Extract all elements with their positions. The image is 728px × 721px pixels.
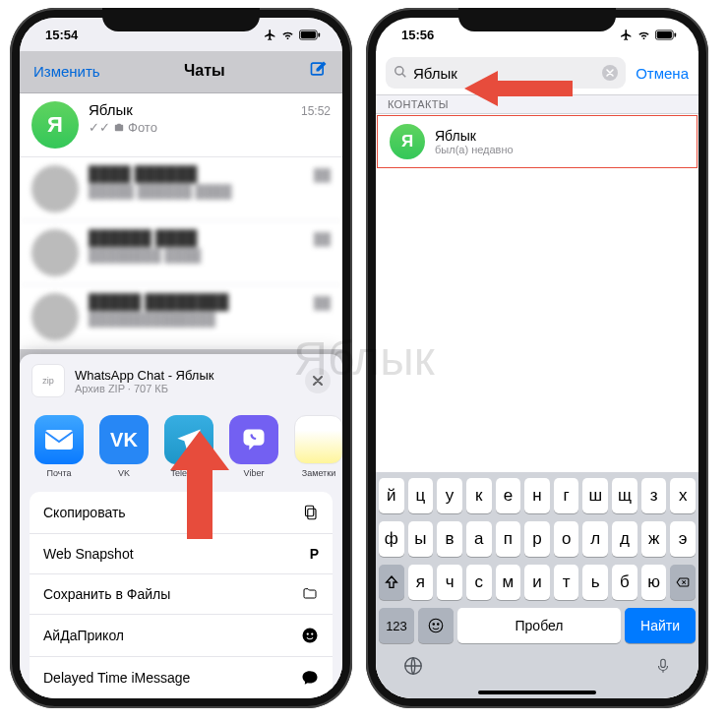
shift-key[interactable] [379,565,404,600]
key-л[interactable]: л [582,521,608,557]
key-ф[interactable]: ф [379,521,404,557]
status-icons [264,29,321,41]
key-emoji[interactable] [418,608,454,643]
result-avatar: Я [390,124,425,159]
svg-point-8 [307,632,309,634]
search-input[interactable]: Яблык [386,57,626,89]
key-space[interactable]: Пробел [457,608,621,643]
chat-row-blurred[interactable]: █████ ████████████████████████ [20,285,342,349]
key-с[interactable]: с [466,565,492,600]
status-icons [620,29,677,41]
share-app-vk[interactable]: VK VK [98,415,150,478]
edit-button[interactable]: Изменить [33,63,100,80]
emoji-icon [427,617,445,634]
share-app-mail[interactable]: Почта [33,415,85,478]
key-х[interactable]: х [670,478,696,513]
key-т[interactable]: т [554,565,579,600]
chat-row-blurred[interactable]: ████ █████████████ ██████ ████ [20,157,342,221]
key-ц[interactable]: ц [408,478,434,513]
airplane-icon [264,29,276,41]
key-н[interactable]: н [524,478,550,513]
key-ю[interactable]: ю [641,565,667,600]
key-ч[interactable]: ч [437,565,462,600]
share-app-telegram[interactable]: Telegram [163,415,214,478]
chat-bubble-icon [301,669,319,687]
svg-rect-4 [45,430,73,450]
key-ш[interactable]: ш [582,478,608,513]
status-time: 15:56 [401,28,434,42]
key-й[interactable]: й [379,478,404,513]
action-label: Delayed Time iMessage [43,670,190,686]
phone-left: 15:54 Изменить Чаты Я [10,8,352,708]
action-aidaprikol[interactable]: АйДаПрикол [30,615,333,657]
key-щ[interactable]: щ [612,478,637,513]
key-у[interactable]: у [437,478,462,513]
wifi-icon [280,30,295,40]
clear-search-button[interactable] [602,65,618,81]
viber-icon [240,426,268,453]
action-delayed-imessage[interactable]: Delayed Time iMessage [30,657,333,698]
key-з[interactable]: з [641,478,667,513]
key-э[interactable]: э [670,521,696,557]
share-file-title: WhatsApp Chat - Яблык [75,368,295,383]
svg-rect-12 [674,32,676,36]
svg-rect-6 [308,509,316,519]
cancel-button[interactable]: Отмена [636,65,689,82]
action-save-to-files[interactable]: Сохранить в Файлы [30,574,333,615]
key-р[interactable]: р [524,521,550,557]
action-label: Сохранить в Файлы [43,586,170,602]
key-а[interactable]: а [466,521,492,557]
key-п[interactable]: п [496,521,521,557]
close-icon [313,376,323,386]
shift-icon [384,574,399,590]
avatar-yablyk: Я [31,101,79,149]
globe-key[interactable] [402,655,424,681]
key-я[interactable]: я [408,565,434,600]
notch [458,8,616,31]
svg-rect-2 [318,32,320,36]
key-123[interactable]: 123 [379,608,414,643]
key-б[interactable]: б [612,565,637,600]
search-result-yablyk[interactable]: Я Яблык был(а) недавно [377,115,698,168]
status-time: 15:54 [45,28,78,42]
chats-title: Чаты [184,62,225,80]
key-ж[interactable]: ж [641,521,667,557]
key-ы[interactable]: ы [408,521,434,557]
share-app-notes[interactable]: Заметки [293,415,342,478]
share-app-viber[interactable]: Viber [228,415,279,478]
key-и[interactable]: и [524,565,550,600]
key-е[interactable]: е [496,478,521,513]
key-к[interactable]: к [466,478,492,513]
zip-file-icon: zip [31,364,65,397]
chat-row-yablyk[interactable]: Я Яблык 15:52 ✓✓ Фото [20,93,342,157]
share-close-button[interactable] [305,368,331,393]
key-в[interactable]: в [437,521,462,557]
chat-row-blurred[interactable]: ██████ ██████████████ ████ [20,221,342,285]
phone-right: 15:56 Яблык Отмена [366,8,708,708]
key-д[interactable]: д [612,521,637,557]
svg-rect-5 [306,506,314,516]
action-web-snapshot[interactable]: Web Snapshot P [30,534,333,574]
battery-icon [299,30,321,40]
svg-point-14 [429,619,443,632]
backspace-key[interactable] [670,565,696,600]
svg-rect-18 [661,659,666,667]
key-м[interactable]: м [496,565,521,600]
app-label: Почта [47,468,72,478]
key-о[interactable]: о [554,521,579,557]
key-find[interactable]: Найти [625,608,696,643]
compose-button[interactable] [309,59,329,83]
key-г[interactable]: г [554,478,579,513]
search-row: Яблык Отмена [376,51,698,94]
app-label: VK [118,468,130,478]
home-indicator [478,691,596,694]
chat-name: Яблык [89,101,133,118]
mic-key[interactable] [654,655,672,681]
telegram-icon [175,426,203,453]
backspace-icon [673,575,693,589]
wifi-icon [637,30,651,40]
search-icon [394,65,407,82]
action-copy[interactable]: Скопировать [30,492,333,534]
key-ь[interactable]: ь [582,565,608,600]
search-query-text: Яблык [413,65,596,82]
